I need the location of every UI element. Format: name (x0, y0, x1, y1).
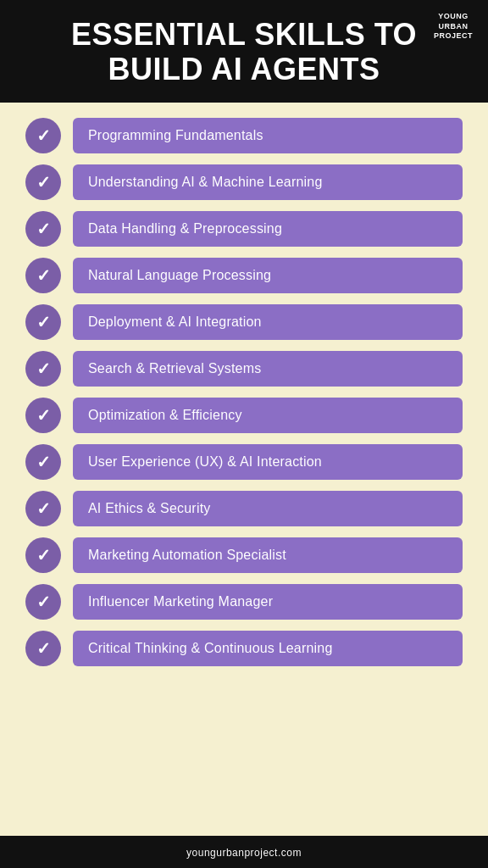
check-icon: ✓ (36, 314, 51, 331)
check-circle: ✓ (25, 164, 61, 200)
skill-label-11: Critical Thinking & Continuous Learning (73, 631, 463, 666)
skill-label-7: User Experience (UX) & AI Interaction (73, 444, 463, 480)
skills-list: ✓Programming Fundamentals✓Understanding … (0, 103, 488, 836)
skill-row: ✓Influencer Marketing Manager (25, 584, 463, 620)
skill-row: ✓Deployment & AI Integration (25, 304, 463, 340)
check-circle: ✓ (25, 118, 61, 153)
check-circle: ✓ (25, 304, 61, 340)
check-icon: ✓ (36, 547, 51, 564)
check-icon: ✓ (36, 127, 51, 144)
skill-label-4: Deployment & AI Integration (73, 304, 463, 340)
skill-row: ✓User Experience (UX) & AI Interaction (25, 444, 463, 480)
skill-label-8: AI Ethics & Security (73, 491, 463, 526)
check-icon: ✓ (36, 593, 51, 610)
skill-row: ✓Critical Thinking & Continuous Learning (25, 631, 463, 666)
brand-logo: YOUNG URBAN PROJECT (434, 12, 473, 42)
skill-label-10: Influencer Marketing Manager (73, 584, 463, 620)
check-circle: ✓ (25, 491, 61, 526)
check-icon: ✓ (36, 407, 51, 424)
check-circle: ✓ (25, 351, 61, 387)
skill-row: ✓Optimization & Efficiency (25, 398, 463, 433)
skill-label-0: Programming Fundamentals (73, 118, 463, 153)
skill-label-9: Marketing Automation Specialist (73, 537, 463, 573)
skill-label-1: Understanding AI & Machine Learning (73, 164, 463, 200)
check-circle: ✓ (25, 398, 61, 433)
skill-row: ✓Understanding AI & Machine Learning (25, 164, 463, 200)
check-circle: ✓ (25, 537, 61, 573)
skill-row: ✓Natural Language Processing (25, 258, 463, 293)
check-icon: ✓ (36, 640, 51, 657)
skill-label-6: Optimization & Efficiency (73, 398, 463, 433)
page-header: ESSENTIAL SKILLS TO BUILD AI AGENTS YOUN… (0, 0, 488, 103)
check-circle: ✓ (25, 444, 61, 480)
skill-label-3: Natural Language Processing (73, 258, 463, 293)
skill-row: ✓Data Handling & Preprocessing (25, 211, 463, 247)
check-icon: ✓ (36, 453, 51, 470)
skill-row: ✓Programming Fundamentals (25, 118, 463, 153)
check-icon: ✓ (36, 267, 51, 284)
skill-label-2: Data Handling & Preprocessing (73, 211, 463, 247)
check-icon: ✓ (36, 500, 51, 517)
check-icon: ✓ (36, 174, 51, 191)
skill-row: ✓AI Ethics & Security (25, 491, 463, 526)
check-circle: ✓ (25, 211, 61, 247)
skill-row: ✓Search & Retrieval Systems (25, 351, 463, 387)
check-circle: ✓ (25, 258, 61, 293)
check-icon: ✓ (36, 360, 51, 377)
check-icon: ✓ (36, 220, 51, 237)
check-circle: ✓ (25, 584, 61, 620)
page-title: ESSENTIAL SKILLS TO BUILD AI AGENTS (25, 17, 463, 87)
footer-website: youngurbanproject.com (186, 847, 302, 859)
skill-label-5: Search & Retrieval Systems (73, 351, 463, 387)
page-footer: youngurbanproject.com (0, 836, 488, 868)
skill-row: ✓Marketing Automation Specialist (25, 537, 463, 573)
check-circle: ✓ (25, 631, 61, 666)
